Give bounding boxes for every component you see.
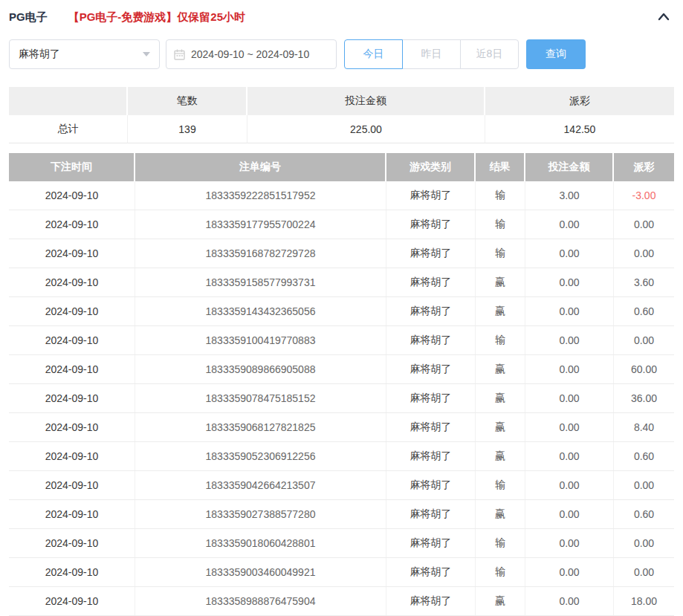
bet-table: 下注时间 注单编号 游戏类别 结果 投注金额 派彩 2024-09-10 183…	[9, 153, 674, 616]
bet-amount-cell: 3.00	[525, 181, 614, 210]
bet-amount-cell: 0.00	[525, 413, 614, 441]
bet-id-cell: 1833358988876475904	[135, 587, 386, 615]
bet-id-cell: 1833359003460049921	[135, 558, 386, 586]
game-type-cell: 麻将胡了	[386, 326, 476, 354]
summary-total-row: 总计 139 225.00 142.50	[9, 115, 674, 143]
summary-total-count: 139	[128, 115, 247, 143]
header-bet-amount: 投注金额	[525, 153, 614, 181]
payout-cell: 0.60	[614, 297, 674, 325]
game-type-cell: 麻将胡了	[386, 471, 476, 499]
query-button[interactable]: 查询	[526, 39, 586, 69]
table-row: 2024-09-10 1833359018060428801 麻将胡了 输 0.…	[9, 529, 674, 558]
bet-time-cell: 2024-09-10	[9, 297, 135, 325]
bet-amount-cell: 0.00	[525, 442, 614, 470]
payout-cell: 60.00	[614, 355, 674, 383]
bet-time-cell: 2024-09-10	[9, 442, 135, 470]
filter-controls: 麻将胡了 2024-09-10 ~ 2024-09-10 今日 昨日 近8日 查…	[9, 39, 674, 69]
collapse-button[interactable]	[656, 10, 671, 24]
payout-cell: 0.00	[614, 326, 674, 354]
summary-total-payout: 142.50	[485, 115, 674, 143]
result-cell: 输	[476, 181, 525, 210]
result-cell: 赢	[476, 413, 525, 441]
bet-table-body: 2024-09-10 1833359222851517952 麻将胡了 输 3.…	[9, 181, 674, 616]
retention-notice: 【PG电子-免费游戏】仅保留25小时	[68, 10, 245, 25]
table-row: 2024-09-10 1833359100419770883 麻将胡了 输 0.…	[9, 326, 674, 355]
bet-id-cell: 1833359078475185152	[135, 384, 386, 412]
game-type-cell: 麻将胡了	[386, 587, 476, 615]
date-range-input[interactable]: 2024-09-10 ~ 2024-09-10	[166, 39, 337, 69]
bet-amount-cell: 0.00	[525, 268, 614, 296]
bet-amount-cell: 0.00	[525, 500, 614, 528]
bet-amount-cell: 0.00	[525, 210, 614, 239]
game-type-cell: 麻将胡了	[386, 268, 476, 296]
summary-header-count: 笔数	[128, 87, 247, 115]
game-select[interactable]: 麻将胡了	[9, 39, 160, 69]
header-game-type: 游戏类别	[386, 153, 476, 181]
today-button[interactable]: 今日	[344, 39, 403, 69]
bet-id-cell: 1833359042664213507	[135, 471, 386, 499]
bet-time-cell: 2024-09-10	[9, 500, 135, 528]
chevron-down-icon	[143, 52, 150, 56]
calendar-icon	[174, 49, 185, 60]
chevron-up-icon	[656, 10, 671, 24]
yesterday-button[interactable]: 昨日	[402, 39, 461, 69]
pg-panel: PG电子 【PG电子-免费游戏】仅保留25小时 麻将胡了 2024-09-10 …	[0, 0, 683, 616]
bet-id-cell: 1833359100419770883	[135, 326, 386, 354]
last-8-days-button[interactable]: 近8日	[460, 39, 519, 69]
payout-cell: 0.00	[614, 471, 674, 499]
header-bet-id: 注单编号	[135, 153, 386, 181]
payout-cell: 0.00	[614, 239, 674, 268]
header-result: 结果	[476, 153, 525, 181]
quick-date-button-group: 今日 昨日 近8日	[344, 39, 519, 69]
bet-time-cell: 2024-09-10	[9, 326, 135, 354]
bet-id-cell: 1833359027388577280	[135, 500, 386, 528]
game-type-cell: 麻将胡了	[386, 529, 476, 557]
game-type-cell: 麻将胡了	[386, 181, 476, 210]
summary-header-row: 笔数 投注金额 派彩	[9, 87, 674, 115]
bet-amount-cell: 0.00	[525, 239, 614, 268]
result-cell: 输	[476, 239, 525, 268]
game-type-cell: 麻将胡了	[386, 210, 476, 239]
payout-cell: 0.00	[614, 210, 674, 239]
bet-id-cell: 1833359177955700224	[135, 210, 386, 239]
game-type-cell: 麻将胡了	[386, 384, 476, 412]
game-type-cell: 麻将胡了	[386, 355, 476, 383]
bet-time-cell: 2024-09-10	[9, 529, 135, 557]
bet-id-cell: 1833359158577993731	[135, 268, 386, 296]
bet-time-cell: 2024-09-10	[9, 471, 135, 499]
summary-header-payout: 派彩	[485, 87, 674, 115]
table-row: 2024-09-10 1833359068127821825 麻将胡了 赢 0.…	[9, 413, 674, 442]
summary-total-label: 总计	[9, 115, 128, 143]
table-row: 2024-09-10 1833359177955700224 麻将胡了 输 0.…	[9, 210, 674, 239]
bet-time-cell: 2024-09-10	[9, 587, 135, 615]
result-cell: 输	[476, 529, 525, 557]
payout-cell: 18.00	[614, 587, 674, 615]
bet-time-cell: 2024-09-10	[9, 355, 135, 383]
bet-amount-cell: 0.00	[525, 355, 614, 383]
header-payout: 派彩	[614, 153, 674, 181]
payout-cell: 0.00	[614, 529, 674, 557]
payout-cell: 8.40	[614, 413, 674, 441]
result-cell: 输	[476, 471, 525, 499]
bet-id-cell: 1833359068127821825	[135, 413, 386, 441]
bet-id-cell: 1833359052306912256	[135, 442, 386, 470]
table-row: 2024-09-10 1833359143432365056 麻将胡了 赢 0.…	[9, 297, 674, 326]
bet-time-cell: 2024-09-10	[9, 384, 135, 412]
payout-cell: 0.60	[614, 500, 674, 528]
result-cell: 输	[476, 210, 525, 239]
game-type-cell: 麻将胡了	[386, 239, 476, 268]
result-cell: 赢	[476, 587, 525, 615]
panel-title: PG电子	[9, 10, 48, 25]
payout-cell: 36.00	[614, 384, 674, 412]
payout-cell: -3.00	[614, 181, 674, 210]
result-cell: 赢	[476, 268, 525, 296]
game-type-cell: 麻将胡了	[386, 413, 476, 441]
result-cell: 输	[476, 558, 525, 586]
result-cell: 赢	[476, 500, 525, 528]
bet-amount-cell: 0.00	[525, 326, 614, 354]
table-row: 2024-09-10 1833358988876475904 麻将胡了 赢 0.…	[9, 587, 674, 616]
game-type-cell: 麻将胡了	[386, 558, 476, 586]
table-row: 2024-09-10 1833359027388577280 麻将胡了 赢 0.…	[9, 500, 674, 529]
bet-id-cell: 1833359089866905088	[135, 355, 386, 383]
game-select-value: 麻将胡了	[19, 48, 60, 61]
